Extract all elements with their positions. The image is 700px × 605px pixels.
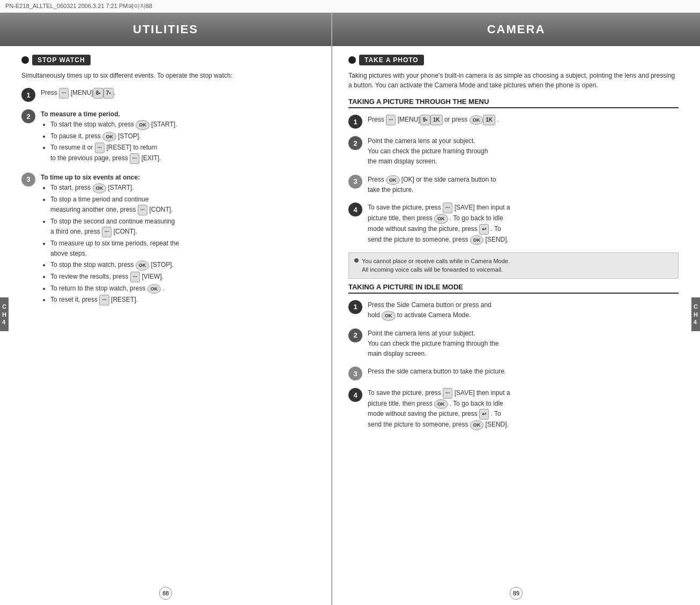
step-2: 2 To measure a time period. To start the… [21, 109, 315, 165]
page-num-left-row: 88 [0, 584, 331, 605]
cam-s2-text-1: Press the Side Camera button or press an… [368, 300, 492, 321]
key-icon-1: 8▪ [93, 88, 103, 99]
cam-ok-s2-4: OK [434, 399, 448, 409]
step-2-content: To measure a time period. To start the s… [41, 109, 177, 165]
cam-s2-text-3: Press the side camera button to take the… [368, 367, 506, 377]
ok-s3-3: OK [147, 284, 161, 294]
note-text: You cannot place or receive calls while … [362, 257, 510, 274]
back-btn-1: ↩ [479, 224, 489, 235]
step-2-circle: 2 [21, 109, 35, 123]
ch-tab-right: CH4 [691, 297, 700, 331]
step-3-circle: 3 [21, 173, 35, 186]
utilities-header: UTILITIES [0, 13, 331, 46]
topic-dot [21, 56, 29, 64]
cam-s1-text-3: Press OK [OK] or the side camera button … [368, 175, 496, 196]
cam-key-3: 1K [483, 115, 495, 125]
note-dot [354, 258, 359, 263]
cam-key-1: 9▪ [420, 115, 430, 125]
cam-s2-text-4: To save the picture, press ··· [SAVE] th… [368, 388, 510, 430]
cam-ok-4b: OK [470, 235, 484, 245]
cam-s1-text-4: To save the picture, press ··· [SAVE] th… [368, 203, 510, 245]
cont-btn-1: ··· [138, 205, 147, 215]
cam-s2-circle-1: 1 [348, 300, 362, 314]
step-3: 3 To time up to six events at once: To s… [21, 173, 315, 307]
camera-panel: CAMERA CH4 TAKE A PHOTO Taking pictures … [332, 13, 700, 605]
cam-s1-circle-1: 1 [348, 115, 362, 129]
camera-s1-step1: 1 Press ··· [MENU]9▪1K or press OK1K . [348, 115, 679, 129]
cam-ok-4: OK [434, 214, 448, 223]
cam-ok-1: OK [470, 115, 483, 125]
cam-menu-btn: ··· [386, 115, 396, 125]
utilities-intro: Simultaneously times up to six different… [21, 71, 315, 80]
camera-topic-dot [348, 56, 356, 64]
ok-btn-2: OK [102, 132, 116, 141]
take-photo-label: TAKE A PHOTO [348, 55, 424, 65]
cam-ok-s2-4b: OK [470, 420, 484, 430]
camera-s2-step2: 2 Point the camera lens at your subject.… [348, 328, 679, 360]
cam-s2-circle-2: 2 [348, 328, 362, 342]
menu-btn-3: ··· [95, 143, 105, 153]
ch-tab-left: CH4 [0, 297, 9, 331]
cam-s2-circle-3: 3 [348, 367, 362, 380]
utilities-panel: UTILITIES CH4 STOP WATCH Simultaneously … [0, 13, 332, 605]
page-num-right: 89 [510, 587, 523, 600]
page-num-left: 88 [159, 587, 172, 600]
step-1: 1 Press ··· [MENU]8▪7▪. [21, 88, 315, 102]
menu-btn-4: ··· [130, 153, 139, 164]
cam-s1-text-1: Press ··· [MENU]9▪1K or press OK1K . [368, 115, 499, 125]
topic-title: STOP WATCH [32, 55, 91, 65]
camera-header: CAMERA [332, 13, 700, 46]
cam-key-2: 1K [430, 115, 443, 125]
menu-button-icon: ··· [59, 88, 69, 99]
cam-s1-circle-3: 3 [348, 175, 362, 189]
camera-s2-step4: 4 To save the picture, press ··· [SAVE] … [348, 388, 679, 430]
save-btn-2: ··· [443, 388, 452, 399]
camera-s1-step4: 4 To save the picture, press ··· [SAVE] … [348, 203, 679, 245]
cam-ok-3: OK [386, 175, 400, 185]
step-1-circle: 1 [21, 88, 35, 102]
cam-s1-circle-4: 4 [348, 203, 362, 216]
save-btn-1: ··· [443, 203, 452, 213]
camera-s1-step3: 3 Press OK [OK] or the side camera butto… [348, 175, 679, 196]
meta-bar: PN-E218_ALLTEL_060321 2006.3.21 7:21 PM페… [0, 0, 700, 13]
page-num-right-row: 89 [332, 584, 700, 605]
step-3-content: To time up to six events at once: To sta… [41, 173, 179, 307]
camera-s1-step2: 2 Point the camera lens at your subject.… [348, 136, 679, 167]
section2-heading: TAKING A PICTURE IN IDLE MODE [348, 283, 679, 294]
cont-btn-2: ··· [102, 227, 111, 237]
camera-s2-step3: 3 Press the side camera button to take t… [348, 367, 679, 380]
back-btn-2: ↩ [479, 409, 489, 420]
cam-ok-s2-1: OK [382, 311, 396, 320]
cam-s2-text-2: Point the camera lens at your subject. Y… [368, 328, 498, 360]
view-btn: ··· [130, 272, 140, 282]
camera-s2-step1: 1 Press the Side Camera button or press … [348, 300, 679, 321]
filename: PN-E218_ALLTEL_060321 2006.3.21 7:21 PM페… [5, 3, 152, 9]
stop-watch-label: STOP WATCH [21, 55, 91, 65]
camera-intro: Taking pictures with your phone's built-… [348, 71, 679, 90]
ok-s3-2: OK [136, 260, 150, 270]
note-box: You cannot place or receive calls while … [348, 252, 679, 279]
camera-topic-title: TAKE A PHOTO [359, 55, 424, 65]
ok-btn: OK [136, 120, 150, 130]
reset-btn: ··· [99, 295, 109, 305]
key-icon-2: 7▪ [103, 88, 114, 99]
cam-s1-circle-2: 2 [348, 136, 362, 150]
cam-s2-circle-4: 4 [348, 388, 362, 402]
step-1-content: Press ··· [MENU]8▪7▪. [41, 88, 115, 99]
section1-heading: TAKING A PICTURE THROUGH THE MENU [348, 98, 679, 108]
cam-s1-text-2: Point the camera lens at your subject. Y… [368, 136, 488, 167]
ok-s3-1: OK [93, 183, 107, 193]
